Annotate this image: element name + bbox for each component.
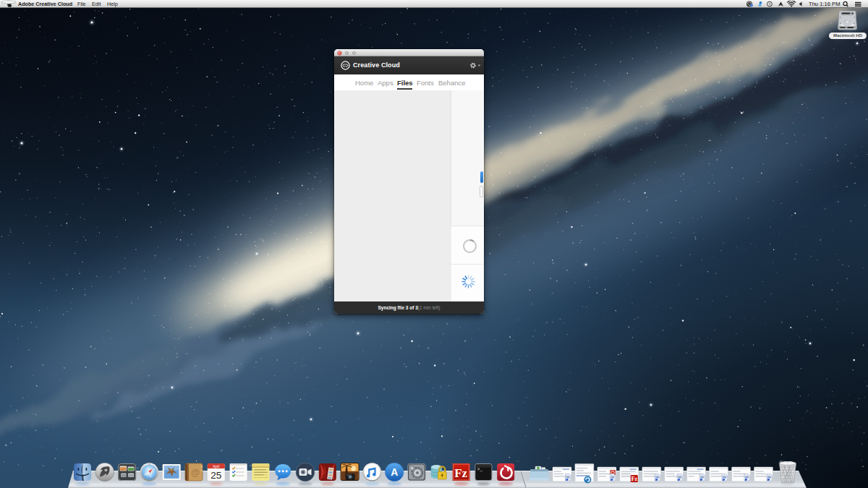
svg-text:Thu 1:16 PM: Thu 1:16 PM [809, 1, 840, 7]
